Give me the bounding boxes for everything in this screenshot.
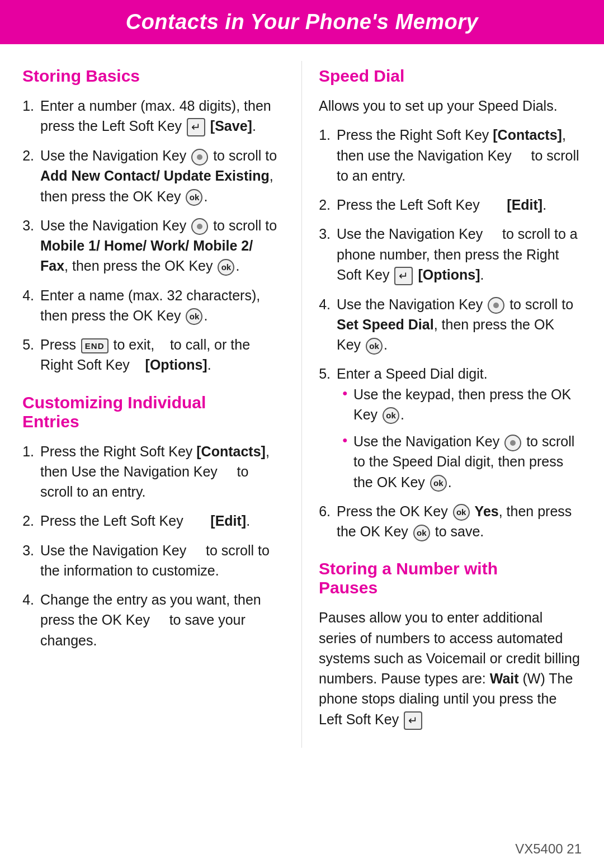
speed-dial-sublist: Use the keypad, then press the OK Key ok… [337, 384, 582, 492]
speed-dial-intro: Allows you to set up your Speed Dials. [319, 96, 582, 116]
ok-key-icon: ok [413, 525, 430, 541]
list-item: Press the OK Key ok Yes, then press the … [334, 501, 582, 542]
ok-key-icon: ok [430, 475, 447, 492]
list-item: Use the Navigation Key to scroll to Add … [38, 145, 285, 206]
speed-dial-section: Speed Dial Allows you to set up your Spe… [319, 67, 582, 541]
speed-dial-title: Speed Dial [319, 67, 582, 86]
list-item: Change the entry as you want, then press… [38, 589, 285, 650]
list-item: Enter a number (max. 48 digits), then pr… [38, 96, 285, 136]
ok-key-icon: ok [186, 308, 202, 325]
list-item: Press END to exit, to call, or the Right… [38, 334, 285, 375]
left-soft-key-icon: ↵ [187, 118, 205, 136]
nav-key-icon [191, 149, 208, 166]
page-title: Contacts in Your Phone's Memory [126, 10, 479, 34]
list-item: Press the Right Soft Key [Contacts], the… [38, 441, 285, 502]
nav-key-icon [488, 297, 504, 314]
right-column: Speed Dial Allows you to set up your Spe… [302, 61, 582, 748]
right-soft-key-icon: ↵ [394, 267, 413, 285]
nav-key-icon [504, 435, 521, 451]
nav-key-icon [191, 218, 208, 235]
left-column: Storing Basics Enter a number (max. 48 d… [22, 61, 302, 748]
storing-basics-section: Storing Basics Enter a number (max. 48 d… [22, 67, 285, 375]
list-item: Enter a Speed Dial digit. Use the keypad… [334, 364, 582, 492]
storing-pauses-title: Storing a Number withPauses [319, 559, 582, 597]
ok-key-icon: ok [383, 407, 399, 424]
storing-pauses-intro: Pauses allow you to enter additional ser… [319, 607, 582, 729]
list-item: Press the Left Soft Key [Edit]. [334, 195, 582, 215]
list-item: Press the Left Soft Key [Edit]. [38, 511, 285, 531]
ok-key-icon: ok [186, 189, 202, 206]
list-item: Enter a name (max. 32 characters), then … [38, 285, 285, 326]
footer: VX5400 21 [515, 841, 582, 857]
list-item: Use the Navigation Key to scroll to Mobi… [38, 215, 285, 276]
page-number: VX5400 21 [515, 841, 582, 856]
left-soft-key-icon: ↵ [404, 711, 422, 730]
customizing-title: Customizing IndividualEntries [22, 393, 285, 431]
end-key-icon: END [81, 338, 108, 354]
list-item: Use the Navigation Key to scroll to a ph… [334, 224, 582, 285]
customizing-section: Customizing IndividualEntries Press the … [22, 393, 285, 650]
list-item: Press the Right Soft Key [Contacts], the… [334, 125, 582, 186]
main-content: Storing Basics Enter a number (max. 48 d… [0, 44, 604, 792]
speed-dial-list: Press the Right Soft Key [Contacts], the… [319, 125, 582, 541]
list-item: Use the keypad, then press the OK Key ok… [342, 384, 582, 425]
ok-key-icon: ok [218, 259, 234, 276]
list-item: Use the Navigation Key to scroll to Set … [334, 294, 582, 355]
customizing-list: Press the Right Soft Key [Contacts], the… [22, 441, 285, 650]
header: Contacts in Your Phone's Memory [0, 0, 604, 44]
storing-basics-list: Enter a number (max. 48 digits), then pr… [22, 96, 285, 375]
storing-pauses-section: Storing a Number withPauses Pauses allow… [319, 559, 582, 729]
ok-key-icon: ok [366, 338, 383, 355]
list-item: Use the Navigation Key to scroll to the … [342, 431, 582, 492]
list-item: Use the Navigation Key to scroll to the … [38, 540, 285, 581]
ok-key-icon: ok [453, 504, 470, 521]
storing-basics-title: Storing Basics [22, 67, 285, 86]
